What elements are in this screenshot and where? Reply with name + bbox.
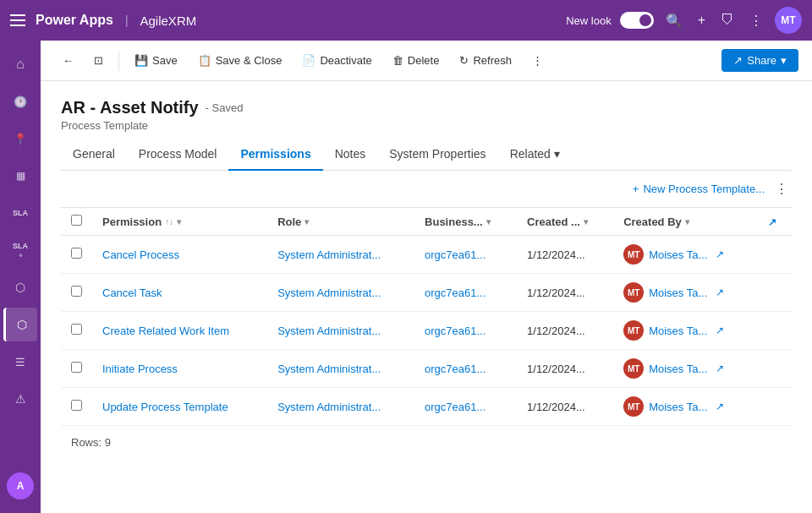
- header-role[interactable]: Role ▾: [267, 208, 414, 236]
- plus-icon: +: [633, 183, 639, 195]
- business-unit-link[interactable]: orgc7ea61...: [425, 248, 486, 261]
- header-business-unit[interactable]: Business... ▾: [414, 208, 517, 236]
- tab-notes[interactable]: Notes: [323, 139, 378, 171]
- business-unit-link[interactable]: orgc7ea61...: [425, 363, 486, 375]
- filter-icon[interactable]: ⛉: [717, 9, 738, 31]
- table-more-button[interactable]: ⋮: [771, 177, 792, 200]
- expand-button[interactable]: ⊡: [85, 49, 112, 72]
- permission-link[interactable]: Create Related Work Item: [102, 325, 229, 337]
- top-navigation: Power Apps | AgileXRM New look 🔍 + ⛉ ⋮ M…: [0, 0, 812, 41]
- back-button[interactable]: ←: [54, 49, 82, 72]
- permission-link[interactable]: Initiate Process: [102, 363, 178, 375]
- role-link[interactable]: System Administrat...: [277, 401, 381, 413]
- role-link[interactable]: System Administrat...: [277, 287, 381, 299]
- table-row: Initiate Process System Administrat... o…: [61, 350, 792, 388]
- row-external-link-icon[interactable]: ↗: [716, 325, 724, 336]
- created-by-cell: MT Moises Ta... ↗: [613, 236, 757, 274]
- page-title-text: AR - Asset Notify: [61, 98, 199, 117]
- created-by-link[interactable]: Moises Ta...: [649, 401, 707, 413]
- sidebar-item-sla2[interactable]: SLA⬦: [3, 233, 37, 267]
- table-row: Create Related Work Item System Administ…: [61, 312, 792, 350]
- role-cell: System Administrat...: [267, 350, 414, 388]
- expand-icon: ⊡: [94, 54, 103, 67]
- refresh-button[interactable]: ↻ Refresh: [451, 49, 520, 72]
- created-by-link[interactable]: Moises Ta...: [649, 363, 707, 375]
- table-toolbar: + New Process Template... ⋮: [61, 171, 792, 208]
- permission-link[interactable]: Cancel Process: [102, 248, 179, 261]
- save-close-button[interactable]: 📋 Save & Close: [189, 49, 291, 72]
- more-icon[interactable]: ⋮: [746, 9, 766, 32]
- tab-related[interactable]: Related ▾: [498, 139, 572, 171]
- more-options-button[interactable]: ⋮: [524, 49, 551, 72]
- created-by-cell: MT Moises Ta... ↗: [613, 350, 757, 388]
- sidebar-item-pinned[interactable]: 📍: [3, 122, 37, 156]
- created-cell: 1/12/2024...: [517, 312, 613, 350]
- created-by-cell: MT Moises Ta... ↗: [613, 388, 757, 426]
- row-checkbox-cell: [61, 236, 92, 274]
- row-external-link-icon[interactable]: ↗: [716, 401, 724, 412]
- new-process-template-button[interactable]: + New Process Template...: [633, 183, 765, 195]
- business-unit-filter-icon: ▾: [486, 217, 491, 226]
- deactivate-button[interactable]: 📄 Deactivate: [294, 49, 380, 72]
- created-cell: 1/12/2024...: [517, 236, 613, 274]
- tab-permissions[interactable]: Permissions: [228, 139, 322, 171]
- permission-link[interactable]: Update Process Template: [102, 401, 228, 413]
- more-options-icon: ⋮: [532, 54, 543, 67]
- header-created[interactable]: Created ... ▾: [517, 208, 613, 236]
- page-content: AR - Asset Notify - Saved Process Templa…: [41, 81, 812, 513]
- created-by-cell: MT Moises Ta... ↗: [613, 312, 757, 350]
- row-checkbox[interactable]: [71, 248, 82, 259]
- created-by-avatar: MT: [623, 358, 644, 379]
- tab-system-properties[interactable]: System Properties: [377, 139, 497, 171]
- search-icon[interactable]: 🔍: [662, 9, 686, 32]
- sidebar-item-dashboard[interactable]: ▦: [3, 159, 37, 193]
- back-icon: ←: [63, 54, 74, 67]
- tab-process-model[interactable]: Process Model: [127, 139, 229, 171]
- role-filter-icon: ▾: [304, 217, 309, 226]
- sidebar: ⌂ 🕐 📍 ▦ SLA SLA⬦ ⬡ ⬡ ☰ ⚠ A: [0, 41, 41, 513]
- sidebar-item-recent[interactable]: 🕐: [3, 85, 37, 118]
- business-unit-link[interactable]: orgc7ea61...: [425, 287, 486, 299]
- page-header: AR - Asset Notify - Saved Process Templa…: [61, 98, 792, 132]
- created-by-link[interactable]: Moises Ta...: [649, 248, 707, 261]
- row-checkbox[interactable]: [71, 324, 82, 335]
- table-wrapper[interactable]: Permission ↑↓ ▾ Role ▾: [61, 208, 792, 513]
- row-checkbox[interactable]: [71, 286, 82, 297]
- new-look-toggle[interactable]: [620, 12, 654, 29]
- table-area: + New Process Template... ⋮: [61, 171, 792, 513]
- sidebar-item-list[interactable]: ☰: [3, 345, 37, 379]
- permission-sort-icon: ↑↓: [165, 217, 173, 226]
- role-cell: System Administrat...: [267, 236, 414, 274]
- row-checkbox[interactable]: [71, 362, 82, 373]
- sidebar-item-home[interactable]: ⌂: [3, 47, 37, 81]
- sidebar-item-network[interactable]: ⬡: [3, 270, 37, 304]
- add-icon[interactable]: +: [694, 9, 709, 31]
- row-external-link-icon[interactable]: ↗: [716, 363, 724, 374]
- business-unit-link[interactable]: orgc7ea61...: [425, 401, 486, 413]
- sidebar-item-alert[interactable]: ⚠: [3, 382, 37, 416]
- sidebar-avatar[interactable]: A: [7, 472, 34, 499]
- select-all-checkbox[interactable]: [71, 215, 82, 226]
- role-link[interactable]: System Administrat...: [277, 325, 381, 337]
- delete-button[interactable]: 🗑 Delete: [384, 49, 448, 72]
- share-button[interactable]: ↗ Share ▾: [721, 49, 798, 72]
- header-created-by[interactable]: Created By ▾: [613, 208, 757, 236]
- save-button[interactable]: 💾 Save: [126, 49, 186, 72]
- created-by-cell: MT Moises Ta... ↗: [613, 274, 757, 312]
- created-by-link[interactable]: Moises Ta...: [649, 325, 707, 337]
- business-unit-link[interactable]: orgc7ea61...: [425, 325, 486, 337]
- row-external-link-icon[interactable]: ↗: [716, 248, 724, 260]
- sidebar-item-active[interactable]: ⬡: [3, 308, 37, 341]
- table-row: Cancel Process System Administrat... org…: [61, 236, 792, 274]
- sidebar-item-sla1[interactable]: SLA: [3, 196, 37, 230]
- user-avatar[interactable]: MT: [775, 7, 802, 34]
- tab-general[interactable]: General: [61, 139, 127, 171]
- hamburger-menu[interactable]: [10, 12, 27, 29]
- role-link[interactable]: System Administrat...: [277, 248, 381, 261]
- header-permission[interactable]: Permission ↑↓ ▾: [92, 208, 267, 236]
- permission-link[interactable]: Cancel Task: [102, 287, 162, 299]
- created-by-link[interactable]: Moises Ta...: [649, 287, 707, 299]
- row-checkbox[interactable]: [71, 400, 82, 411]
- row-external-link-icon[interactable]: ↗: [716, 287, 724, 298]
- role-link[interactable]: System Administrat...: [277, 363, 381, 375]
